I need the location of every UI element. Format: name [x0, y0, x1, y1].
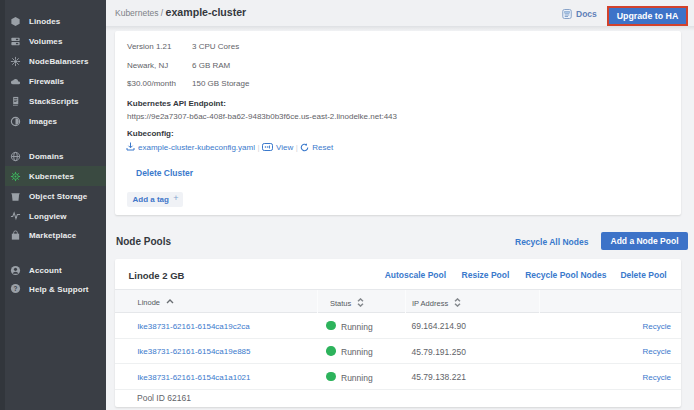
- svg-text:?: ?: [14, 285, 18, 292]
